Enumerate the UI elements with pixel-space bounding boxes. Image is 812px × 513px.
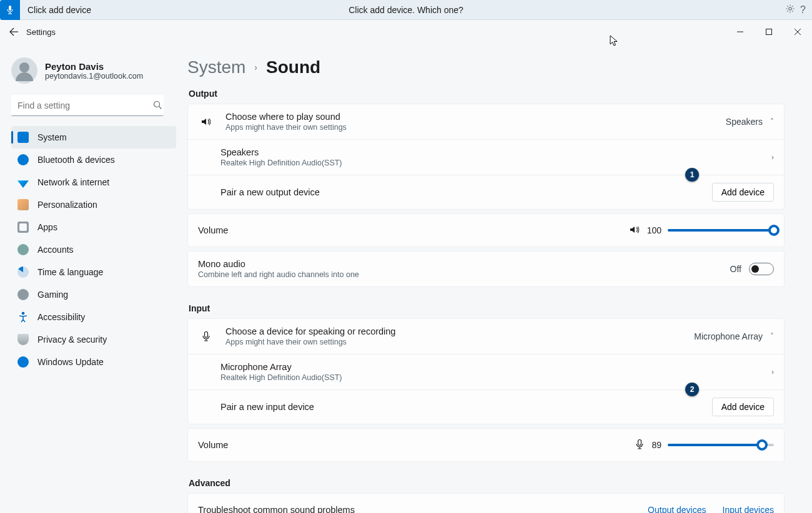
section-output-title: Output xyxy=(189,89,785,99)
nav-time[interactable]: Time & language xyxy=(11,261,176,283)
svg-rect-12 xyxy=(638,439,641,445)
section-input-title: Input xyxy=(189,303,785,313)
speaker-icon xyxy=(198,115,214,128)
output-pair-row: 1 Pair a new output device Add device xyxy=(188,175,784,209)
nav-label: Apps xyxy=(37,222,57,232)
app-title: Settings xyxy=(26,27,56,37)
nav-personalization[interactable]: Personalization xyxy=(11,193,176,216)
breadcrumb: System › Sound xyxy=(187,57,785,77)
input-pair-row: 2 Pair a new input device Add device xyxy=(188,389,784,424)
chevron-up-icon: ˄ xyxy=(770,117,774,126)
chevron-right-icon: › xyxy=(771,368,774,376)
back-button[interactable] xyxy=(6,24,21,39)
row-subtitle: Apps might have their own settings xyxy=(225,338,683,346)
row-subtitle: Apps might have their own settings xyxy=(225,123,715,132)
output-volume-label: Volume xyxy=(198,225,617,235)
add-output-device-button[interactable]: Add device xyxy=(712,183,774,202)
page-title: Sound xyxy=(266,57,320,77)
nav-system[interactable]: System xyxy=(11,126,176,149)
nav-accessibility[interactable]: Accessibility xyxy=(11,306,176,328)
search-input[interactable] xyxy=(11,95,164,116)
mono-state: Off xyxy=(730,264,741,274)
input-volume-slider[interactable] xyxy=(668,439,774,451)
svg-point-3 xyxy=(789,7,791,10)
input-volume-value: 89 xyxy=(651,440,661,450)
account-block[interactable]: Peyton Davis peytondavis.1@outlook.com xyxy=(11,57,176,84)
minimize-button[interactable] xyxy=(726,20,755,44)
paintbrush-icon xyxy=(17,199,29,210)
marker-badge-1: 1 xyxy=(685,168,699,182)
row-title: Choose a device for speaking or recordin… xyxy=(225,326,683,336)
svg-point-8 xyxy=(154,102,160,107)
instruction-bar: Click add device Click add device. Which… xyxy=(0,0,812,20)
output-choose-row[interactable]: Choose where to play sound Apps might ha… xyxy=(188,104,784,139)
nav-label: Privacy & security xyxy=(37,335,107,344)
maximize-button[interactable] xyxy=(755,20,783,44)
search-box[interactable] xyxy=(11,95,176,116)
pair-output-label: Pair a new output device xyxy=(220,187,701,197)
breadcrumb-parent[interactable]: System xyxy=(187,57,245,77)
input-volume-card: Volume 89 xyxy=(187,428,785,462)
nav-bluetooth[interactable]: Bluetooth & devices xyxy=(11,149,176,171)
mono-sub: Combine left and right audio channels in… xyxy=(198,270,719,279)
output-volume-card: Volume 100 xyxy=(187,213,785,247)
nav-accounts[interactable]: Accounts xyxy=(11,238,176,261)
microphone-icon xyxy=(198,331,214,342)
input-choose-row[interactable]: Choose a device for speaking or recordin… xyxy=(188,319,784,354)
nav-label: Windows Update xyxy=(37,357,104,367)
nav-label: Network & internet xyxy=(37,177,109,187)
troubleshoot-label: Troubleshoot common sound problems xyxy=(198,505,636,513)
account-email: peytondavis.1@outlook.com xyxy=(45,72,143,81)
device-name: Speakers xyxy=(220,147,760,157)
mono-toggle[interactable] xyxy=(749,263,774,275)
sidebar: Peyton Davis peytondavis.1@outlook.com S… xyxy=(0,44,187,513)
output-choose-card: Choose where to play sound Apps might ha… xyxy=(187,104,785,210)
nav-list: System Bluetooth & devices Network & int… xyxy=(11,126,176,373)
input-volume-label: Volume xyxy=(198,440,623,450)
apps-icon xyxy=(17,222,29,233)
nav-label: Bluetooth & devices xyxy=(37,155,115,165)
nav-apps[interactable]: Apps xyxy=(11,216,176,238)
nav-network[interactable]: Network & internet xyxy=(11,171,176,193)
help-icon[interactable]: ? xyxy=(800,4,806,16)
instruction-text: Click add device xyxy=(27,5,91,15)
troubleshoot-card: Troubleshoot common sound problems Outpu… xyxy=(187,493,785,513)
nav-label: Time & language xyxy=(37,267,103,277)
chevron-right-icon: › xyxy=(254,62,257,72)
nav-label: System xyxy=(37,132,67,142)
nav-update[interactable]: Windows Update xyxy=(11,351,176,373)
close-button[interactable] xyxy=(783,20,812,44)
shield-icon xyxy=(17,334,29,345)
update-icon xyxy=(17,356,29,368)
add-input-device-button[interactable]: Add device xyxy=(712,398,774,416)
mono-audio-row[interactable]: Mono audio Combine left and right audio … xyxy=(188,252,784,286)
avatar-icon xyxy=(11,57,37,84)
troubleshoot-input-link[interactable]: Input devices xyxy=(723,505,775,513)
marker-badge-2: 2 xyxy=(685,383,699,396)
window-chrome: Settings xyxy=(0,20,812,44)
mic-icon xyxy=(0,0,20,20)
mic-volume-icon[interactable] xyxy=(634,439,645,452)
output-volume-slider[interactable] xyxy=(668,224,774,237)
person-icon xyxy=(17,244,29,255)
account-name: Peyton Davis xyxy=(45,61,143,72)
svg-point-10 xyxy=(22,312,24,314)
mono-title: Mono audio xyxy=(198,259,719,269)
nav-label: Accessibility xyxy=(37,312,85,322)
row-title: Choose where to play sound xyxy=(225,112,715,122)
question-text: Click add device. Which one? xyxy=(349,5,463,15)
mono-audio-card: Mono audio Combine left and right audio … xyxy=(187,251,785,287)
clock-icon xyxy=(17,266,29,278)
speaker-volume-icon[interactable] xyxy=(628,223,641,238)
input-selected-value: Microphone Array xyxy=(694,331,763,341)
device-sub: Realtek High Definition Audio(SST) xyxy=(220,159,760,167)
settings-gear-icon[interactable] xyxy=(785,4,795,16)
svg-rect-11 xyxy=(205,332,208,338)
gamepad-icon xyxy=(17,289,29,300)
nav-privacy[interactable]: Privacy & security xyxy=(11,328,176,351)
svg-line-9 xyxy=(159,107,162,109)
troubleshoot-output-link[interactable]: Output devices xyxy=(648,505,706,513)
input-choose-card: Choose a device for speaking or recordin… xyxy=(187,318,785,424)
bluetooth-icon xyxy=(17,154,29,165)
nav-gaming[interactable]: Gaming xyxy=(11,283,176,306)
